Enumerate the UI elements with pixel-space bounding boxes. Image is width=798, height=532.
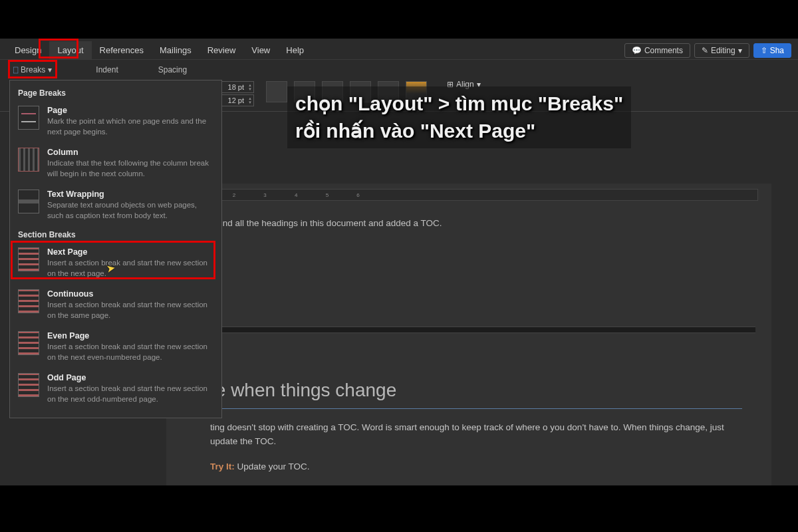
share-icon: ⇧: [761, 46, 767, 55]
pencil-icon: ✎: [702, 46, 708, 55]
column-break-icon: [18, 148, 39, 172]
heading: te when things change: [210, 376, 742, 409]
comment-icon: 💬: [632, 46, 642, 55]
menu-item-continuous[interactable]: ContinuousInsert a section break and sta…: [10, 285, 221, 327]
steps-list: Place your cursor after the paragraph th…: [210, 481, 742, 485]
page-break-icon: [18, 106, 39, 130]
instruction-overlay: chọn "Layout" > tìm mục "Breaks" rồi nhấ…: [287, 86, 631, 148]
tab-help[interactable]: Help: [278, 41, 312, 59]
tab-mailings[interactable]: Mailings: [152, 41, 200, 59]
breaks-button[interactable]: ⎕ Breaks ▾: [9, 64, 56, 76]
section-breaks-header: Section Breaks: [10, 227, 221, 243]
document-area: 1 2 3 4 5 6 found all the headings in th…: [166, 184, 771, 485]
continuous-break-icon: [18, 289, 39, 313]
document-content[interactable]: found all the headings in this document …: [197, 210, 755, 485]
breaks-icon: ⎕: [13, 65, 18, 74]
indent-label: Indent: [96, 65, 118, 74]
share-button[interactable]: ⇧Sha: [753, 43, 791, 58]
comments-button[interactable]: 💬Comments: [624, 43, 690, 58]
text-wrap-break-icon: [18, 190, 39, 213]
tab-layout[interactable]: Layout: [49, 41, 91, 59]
even-page-break-icon: [18, 331, 39, 355]
instruction-line: rồi nhấn vào "Next Page": [295, 118, 623, 145]
tab-review[interactable]: Review: [200, 41, 244, 59]
page-breaks-header: Page Breaks: [10, 86, 221, 102]
spacing-label: Spacing: [158, 65, 187, 74]
tab-design[interactable]: Design: [7, 41, 49, 59]
breaks-dropdown: Page Breaks PageMark the point at which …: [9, 80, 222, 418]
menu-item-text-wrapping[interactable]: Text WrappingSeparate text around object…: [10, 186, 221, 227]
menu-item-odd-page[interactable]: Odd PageInsert a section break and start…: [10, 369, 221, 411]
next-page-break-icon: [18, 247, 39, 271]
menu-item-next-page[interactable]: Next PageInsert a section break and star…: [10, 243, 221, 285]
ribbon-row: ⎕ Breaks ▾ Indent Spacing: [0, 60, 798, 80]
menu-item-column[interactable]: ColumnIndicate that the text following t…: [10, 144, 221, 186]
page-gap: [197, 327, 755, 333]
odd-page-break-icon: [18, 373, 39, 397]
instruction-line: chọn "Layout" > tìm mục "Breaks": [295, 90, 623, 118]
list-item: Place your cursor after the paragraph th…: [229, 481, 742, 485]
ruler[interactable]: 1 2 3 4 5 6: [197, 189, 758, 201]
body-text: found all the headings in this document …: [210, 217, 742, 230]
editing-button[interactable]: ✎Editing▾: [694, 43, 749, 58]
menu-item-even-page[interactable]: Even PageInsert a section break and star…: [10, 327, 221, 369]
chevron-down-icon: ▾: [738, 46, 742, 55]
try-it-label: Try It: Update your TOC.: [210, 460, 742, 473]
position-icon[interactable]: [266, 81, 287, 102]
tab-view[interactable]: View: [243, 41, 278, 59]
menu-item-page[interactable]: PageMark the point at which one page end…: [10, 102, 221, 144]
chevron-down-icon: ▾: [48, 65, 52, 74]
body-text: ting doesn't stop with creating a TOC. W…: [210, 421, 742, 448]
ribbon-tabs: Design Layout References Mailings Review…: [0, 39, 798, 60]
tab-references[interactable]: References: [92, 41, 152, 59]
